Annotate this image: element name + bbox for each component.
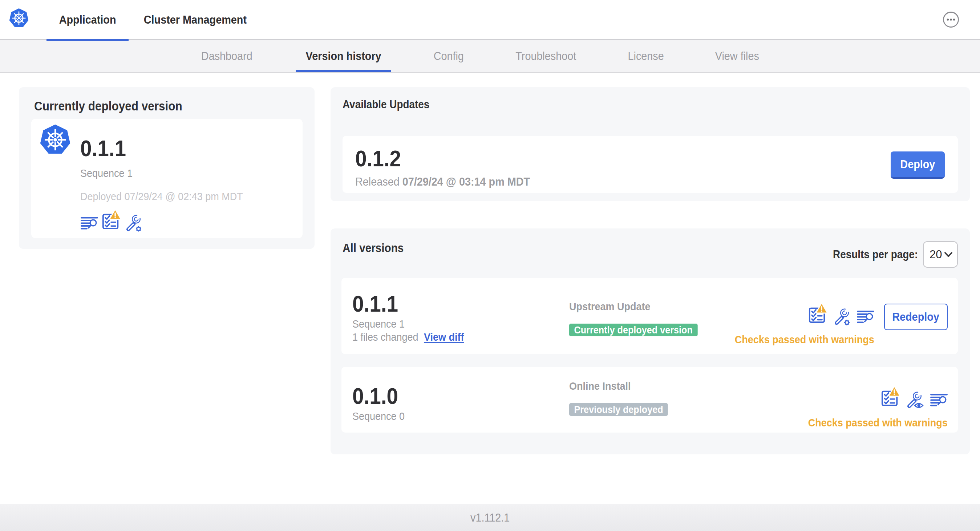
row-version-column: 0.1.1 Sequence 1 1 files changed View di… <box>352 293 569 343</box>
currently-deployed-badge: Currently deployed version <box>569 324 697 336</box>
section-nav-list: Dashboard Version history Config Trouble… <box>192 40 767 72</box>
deploy-button-label: Deploy <box>900 157 935 171</box>
row-actions-column: Checks passed with warnings <box>792 367 948 429</box>
right-column: Available Updates 0.1.2 Released 07/29/2… <box>331 87 970 455</box>
main-content: Currently deployed version 0.1.1 Sequenc… <box>0 73 980 455</box>
view-diff-link[interactable]: View diff <box>424 331 464 343</box>
ellipsis-icon <box>943 11 959 28</box>
available-update-card: 0.1.2 Released 07/29/24 @ 03:14 pm MDT D… <box>342 136 958 193</box>
release-notes-icon[interactable] <box>930 393 948 406</box>
row-source-column: Upstream Update Currently deployed versi… <box>569 300 719 336</box>
row-actions-column: Checks passed with warnings Redeploy <box>719 278 948 346</box>
tab-application[interactable]: Application <box>46 0 129 39</box>
nav-tab-license-label: License <box>628 49 664 63</box>
preflight-checks-warning-icon[interactable] <box>102 209 121 230</box>
tab-application-label: Application <box>59 13 116 27</box>
row-version-number: 0.1.0 <box>352 385 547 407</box>
deployed-actions <box>81 209 261 230</box>
nav-tab-license[interactable]: License <box>620 40 671 72</box>
deployed-timestamp: Deployed 07/29/24 @ 02:43 pm MDT <box>80 190 243 203</box>
footer: v1.112.1 <box>0 504 980 531</box>
checks-status: Checks passed with warnings <box>808 417 948 429</box>
deployed-version-card: 0.1.1 Sequence 1 Deployed 07/29/24 @ 02:… <box>31 119 302 238</box>
update-version-info: 0.1.2 Released 07/29/24 @ 03:14 pm MDT <box>355 147 891 189</box>
top-header: Application Cluster Management <box>0 0 980 40</box>
results-per-page: Results per page: 20 <box>823 241 958 268</box>
nav-tab-version-history-label: Version history <box>306 49 382 63</box>
row-actions-stack: Checks passed with warnings <box>792 386 948 429</box>
nav-tab-version-history[interactable]: Version history <box>296 40 391 72</box>
preflight-checks-warning-icon[interactable] <box>881 386 900 407</box>
deployed-card-row: 0.1.1 Sequence 1 Deployed 07/29/24 @ 02:… <box>39 124 295 230</box>
preflight-checks-warning-icon[interactable] <box>808 303 827 324</box>
redeploy-button-label: Redeploy <box>892 310 940 324</box>
update-version-number: 0.1.2 <box>355 147 837 170</box>
deployed-version-info: 0.1.1 Sequence 1 Deployed 07/29/24 @ 02:… <box>80 124 261 230</box>
row-source-column: Online Install Previously deployed <box>569 380 792 416</box>
page: Application Cluster Management Dashboard… <box>0 0 980 531</box>
deploy-button[interactable]: Deploy <box>891 151 945 179</box>
nav-tab-view-files[interactable]: View files <box>707 40 767 72</box>
row-source-type: Upstream Update <box>569 300 704 313</box>
edit-config-icon[interactable] <box>125 214 142 232</box>
edit-config-icon[interactable] <box>834 308 850 326</box>
row-action-icons <box>881 386 948 407</box>
section-nav: Dashboard Version history Config Trouble… <box>0 40 980 73</box>
chevron-down-icon <box>944 252 953 257</box>
row-actions-stack: Checks passed with warnings <box>719 303 874 346</box>
all-versions-header: All versions Results per page: 20 <box>341 241 958 268</box>
all-versions-title: All versions <box>342 241 404 255</box>
deployed-version-number: 0.1.1 <box>80 137 243 160</box>
tab-cluster-management[interactable]: Cluster Management <box>129 0 262 39</box>
row-sequence: Sequence 0 <box>352 410 547 422</box>
available-updates-panel: Available Updates 0.1.2 Released 07/29/2… <box>331 87 970 201</box>
row-version-number: 0.1.1 <box>352 293 547 315</box>
released-label: Released <box>355 175 399 188</box>
nav-tab-troubleshoot-label: Troubleshoot <box>515 49 576 63</box>
previously-deployed-badge: Previously deployed <box>569 403 668 416</box>
kubernetes-logo-icon <box>9 8 29 28</box>
released-date: 07/29/24 @ 03:14 pm MDT <box>402 175 530 188</box>
version-row-0-1-1: 0.1.1 Sequence 1 1 files changed View di… <box>341 278 958 354</box>
nav-tab-view-files-label: View files <box>715 49 759 63</box>
release-notes-icon[interactable] <box>81 216 98 229</box>
release-notes-icon[interactable] <box>857 310 874 323</box>
view-config-icon[interactable] <box>906 391 924 409</box>
nav-tab-dashboard-label: Dashboard <box>201 49 252 63</box>
results-per-page-value: 20 <box>929 248 944 261</box>
available-updates-title: Available Updates <box>342 98 896 111</box>
header-spacer <box>262 0 943 39</box>
row-action-icons <box>808 303 874 324</box>
redeploy-button[interactable]: Redeploy <box>884 304 948 330</box>
results-per-page-label: Results per page: <box>833 248 918 261</box>
results-per-page-select[interactable]: 20 <box>923 241 958 268</box>
overflow-menu-button[interactable] <box>943 11 959 28</box>
deployed-label: Deployed <box>80 190 122 202</box>
currently-deployed-title: Currently deployed version <box>34 99 276 113</box>
checks-status: Checks passed with warnings <box>735 334 874 346</box>
update-released-timestamp: Released 07/29/24 @ 03:14 pm MDT <box>355 175 837 189</box>
console-version: v1.112.1 <box>470 511 510 525</box>
nav-tab-troubleshoot[interactable]: Troubleshoot <box>506 40 585 72</box>
nav-tab-config[interactable]: Config <box>426 40 471 72</box>
row-files-changed: 1 files changed View diff <box>352 331 547 343</box>
row-source-type: Online Install <box>569 380 770 392</box>
version-row-0-1-0: 0.1.0 Sequence 0 Online Install Previous… <box>341 367 958 432</box>
row-sequence: Sequence 1 <box>352 318 547 330</box>
row-version-column: 0.1.0 Sequence 0 <box>352 385 569 422</box>
kubernetes-app-icon <box>39 124 71 156</box>
nav-tab-config-label: Config <box>434 49 464 63</box>
nav-tab-dashboard[interactable]: Dashboard <box>192 40 261 72</box>
deployed-date: 07/29/24 @ 02:43 pm MDT <box>124 190 243 202</box>
files-changed-label: 1 files changed <box>352 331 418 343</box>
currently-deployed-panel: Currently deployed version 0.1.1 Sequenc… <box>19 87 315 249</box>
tab-cluster-management-label: Cluster Management <box>144 13 247 27</box>
app-logo <box>9 0 29 39</box>
deployed-sequence: Sequence 1 <box>80 167 243 180</box>
header-tabs: Application Cluster Management <box>46 0 262 39</box>
active-tab-underline <box>46 39 129 41</box>
all-versions-panel: All versions Results per page: 20 0.1.1 … <box>331 229 970 455</box>
